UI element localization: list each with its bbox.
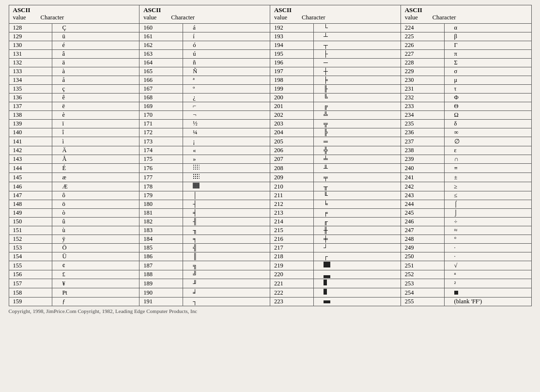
cell-char-8-1: ¿ <box>183 94 270 102</box>
cell-char-1-2: ┴ <box>313 32 401 41</box>
cell-value-13-1: 173 <box>139 137 183 146</box>
char-glyph: ╨ <box>324 165 328 172</box>
cell-value-0-2: 192 <box>270 24 313 32</box>
cell-value-17-2: 209 <box>270 173 313 182</box>
cell-value-24-2: 216 <box>270 235 313 244</box>
cell-value-4-2: 196 <box>270 59 313 67</box>
table-row: 128Ç160á192└224α <box>9 24 531 32</box>
char-glyph: ¢ <box>62 262 65 269</box>
col1-value-label: value <box>13 14 26 21</box>
cell-char-27-2 <box>313 261 401 270</box>
char-glyph: ⌡ <box>454 209 458 216</box>
cell-char-29-1: ╜ <box>183 279 270 288</box>
cell-value-25-2: 217 <box>270 244 313 252</box>
cell-value-8-0: 136 <box>9 94 52 102</box>
char-glyph: ë <box>62 103 65 110</box>
cell-char-0-2: └ <box>313 24 401 32</box>
char-glyph: É <box>62 165 66 172</box>
table-row: 138è170¬202╩234Ω <box>9 111 531 120</box>
cell-char-19-2: ╙ <box>313 191 401 200</box>
char-glyph: ╦ <box>324 120 328 127</box>
char-glyph: ÷ <box>454 218 458 225</box>
cell-char-0-1: á <box>183 24 270 32</box>
char-glyph: Ä <box>62 147 66 154</box>
cell-value-25-0: 153 <box>9 244 52 252</box>
cell-char-31-2 <box>313 298 401 306</box>
cell-value-4-3: 228 <box>401 59 444 67</box>
cell-value-4-1: 164 <box>139 59 183 67</box>
char-glyph: ┐ <box>193 298 197 305</box>
cell-char-23-3: ≈ <box>444 226 531 235</box>
char-glyph: ù <box>62 227 65 234</box>
char-glyph: δ <box>454 120 457 127</box>
char-glyph: ╟ <box>324 85 328 92</box>
cell-value-16-3: 240 <box>401 164 444 173</box>
cell-value-1-2: 193 <box>270 32 313 41</box>
cell-value-0-3: 224 <box>401 24 444 32</box>
char-glyph: ± <box>454 174 458 181</box>
char-glyph: ╣ <box>193 244 197 251</box>
cell-char-28-3: ⁿ <box>444 270 531 279</box>
char-glyph: · <box>454 253 456 260</box>
char-glyph: á <box>193 24 196 31</box>
table-row: 130é162ó194┬226Γ <box>9 41 531 50</box>
char-glyph: æ <box>62 174 66 181</box>
cell-value-28-2: 220 <box>270 270 313 279</box>
cell-value-26-1: 186 <box>139 252 183 261</box>
char-glyph: π <box>454 50 457 57</box>
cell-value-14-1: 174 <box>139 146 183 155</box>
char-glyph: ¡ <box>193 138 195 145</box>
cell-char-1-0: ü <box>52 32 139 41</box>
col3-ascii-label: ASCII <box>274 6 397 14</box>
solid-bottom-half <box>324 275 330 278</box>
cell-char-9-3: Θ <box>444 102 531 111</box>
char-glyph: ∙ <box>454 244 456 251</box>
cell-value-13-2: 205 <box>270 137 313 146</box>
cell-value-30-2: 222 <box>270 288 313 298</box>
char-glyph: ╫ <box>324 227 328 234</box>
cell-value-31-3: 255 <box>401 298 444 306</box>
cell-char-28-2 <box>313 270 401 279</box>
char-glyph: μ <box>454 77 458 83</box>
cell-char-24-0: ÿ <box>52 235 139 244</box>
col4-header: ASCII value Character <box>401 5 531 24</box>
cell-value-12-2: 204 <box>270 128 313 137</box>
cell-value-18-3: 242 <box>401 182 444 191</box>
cell-char-2-1: ó <box>183 41 270 50</box>
table-row: 149ò181╡213╒245⌡ <box>9 209 531 218</box>
cell-value-11-2: 203 <box>270 120 313 128</box>
char-glyph: ═ <box>324 138 328 145</box>
cell-char-1-3: β <box>444 32 531 41</box>
char-glyph: ┼ <box>324 68 328 75</box>
char-glyph: ⌐ <box>193 103 196 110</box>
cell-value-11-1: 171 <box>139 120 183 128</box>
cell-char-0-3: α <box>444 24 531 32</box>
char-glyph: ╔ <box>324 103 328 110</box>
char-glyph: ╧ <box>324 156 328 162</box>
cell-char-5-2: ┼ <box>313 67 401 76</box>
cell-char-8-3: Φ <box>444 94 531 102</box>
cell-value-10-0: 138 <box>9 111 52 120</box>
char-glyph: Ç <box>62 24 66 31</box>
col2-ascii-label: ASCII <box>143 6 266 14</box>
cell-value-18-2: 210 <box>270 182 313 191</box>
cell-char-30-0: Pt <box>52 288 139 298</box>
char-glyph: Æ <box>62 183 67 190</box>
copyright-text: Copyright, 1998, JimPrice.Com Copyright,… <box>9 308 532 314</box>
cell-value-27-0: 155 <box>9 261 52 270</box>
cell-value-12-3: 236 <box>401 128 444 137</box>
char-glyph: £ <box>62 271 65 278</box>
table-row: 143Å175»207╧239∩ <box>9 155 531 164</box>
cell-char-12-1: ¼ <box>183 128 270 137</box>
cell-value-0-0: 128 <box>9 24 52 32</box>
cell-char-11-2: ╦ <box>313 120 401 128</box>
cell-char-8-2: ╚ <box>313 94 401 102</box>
col3-header: ASCII value Character <box>270 5 401 24</box>
cell-value-15-2: 207 <box>270 155 313 164</box>
cell-char-22-2: ╓ <box>313 218 401 226</box>
cell-char-5-1: Ñ <box>183 67 270 76</box>
col2-value-label: value <box>143 14 156 21</box>
cell-char-19-1: │ <box>183 191 270 200</box>
table-row: 144É176208╨240≡ <box>9 164 531 173</box>
cell-char-26-2: ┌ <box>313 252 401 261</box>
